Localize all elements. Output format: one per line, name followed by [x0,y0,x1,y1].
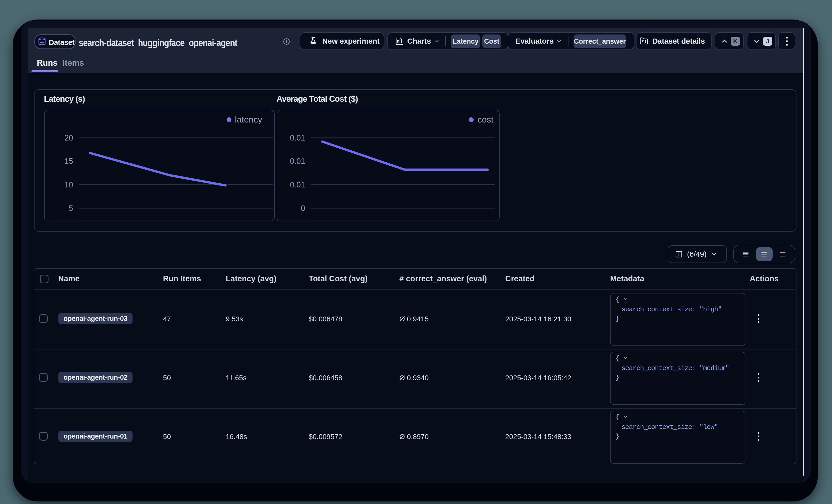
svg-text:15: 15 [64,157,73,166]
svg-text:0.01: 0.01 [290,133,305,142]
svg-text:0: 0 [301,204,305,213]
svg-text:5: 5 [69,204,73,213]
svg-text:0.01: 0.01 [290,157,305,166]
svg-text:cost: cost [477,115,494,124]
svg-text:10: 10 [64,180,73,189]
svg-text:20: 20 [64,133,73,142]
svg-text:latency: latency [235,115,262,124]
svg-text:0.01: 0.01 [290,180,305,189]
